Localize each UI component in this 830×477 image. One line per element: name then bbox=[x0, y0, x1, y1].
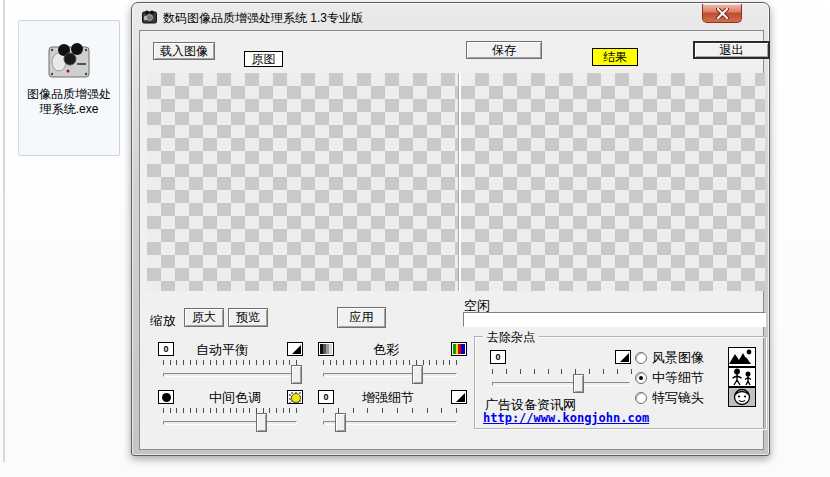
original-image-label: 原图 bbox=[244, 51, 283, 67]
exit-button[interactable]: 退出 bbox=[693, 41, 770, 59]
zoom-label: 缩放 bbox=[150, 312, 176, 330]
auto-balance-ticks bbox=[163, 360, 298, 365]
color-ticks bbox=[323, 360, 458, 365]
window-title: 数码图像品质增强处理系统 1.3专业版 bbox=[163, 10, 363, 27]
radio-landscape-label: 风景图像 bbox=[652, 349, 704, 367]
preview-button[interactable]: 预览 bbox=[228, 308, 268, 327]
rgb-icon bbox=[451, 342, 467, 356]
desktop-shortcut-exe[interactable]: 图像品质增强处 理系统.exe bbox=[18, 20, 120, 156]
close-button[interactable] bbox=[702, 4, 742, 23]
dialog-client-area: 载入图像 原图 保存 结果 退出 缩放 原大 预览 应用 空闲 0 自动平衡 色… bbox=[139, 30, 764, 450]
radio-closeup[interactable]: 特写镜头 bbox=[635, 389, 704, 407]
site-link[interactable]: http://www.kongjohn.com bbox=[483, 411, 649, 425]
radio-circle[interactable] bbox=[635, 352, 647, 364]
radio-medium-detail-label: 中等细节 bbox=[652, 369, 704, 387]
zero-icon: 0 bbox=[490, 350, 506, 364]
progress-bar bbox=[463, 312, 766, 327]
auto-balance-thumb[interactable] bbox=[291, 365, 302, 384]
denoise-groupbox: 去除杂点 0 风景图像 中等细节 特写镜头 bbox=[474, 336, 766, 429]
radio-circle[interactable] bbox=[635, 392, 647, 404]
close-icon bbox=[716, 8, 729, 19]
detail-label: 增强细节 bbox=[362, 389, 414, 407]
radio-circle-selected[interactable] bbox=[635, 372, 647, 384]
app-window: 数码图像品质增强处理系统 1.3专业版 载入图像 原图 保存 结果 退出 缩放 … bbox=[131, 2, 770, 456]
denoise-slider[interactable] bbox=[492, 382, 630, 386]
title-bar[interactable]: 数码图像品质增强处理系统 1.3专业版 bbox=[132, 3, 769, 30]
app-camera-icon bbox=[142, 10, 157, 24]
midtone-thumb[interactable] bbox=[256, 413, 267, 432]
camera-app-icon bbox=[46, 39, 92, 81]
desktop-edge-line bbox=[3, 0, 5, 462]
midtone-slider[interactable] bbox=[163, 421, 297, 425]
apply-button[interactable]: 应用 bbox=[337, 307, 386, 328]
original-size-button[interactable]: 原大 bbox=[184, 308, 224, 327]
shortcut-label-line2: 理系统.exe bbox=[19, 102, 119, 117]
color-slider[interactable] bbox=[323, 373, 457, 377]
denoise-ticks bbox=[492, 369, 633, 374]
denoise-thumb[interactable] bbox=[573, 374, 584, 393]
radio-medium-detail[interactable]: 中等细节 bbox=[635, 369, 704, 387]
color-thumb[interactable] bbox=[412, 365, 423, 384]
radio-landscape[interactable]: 风景图像 bbox=[635, 349, 704, 367]
contrast-triangle-icon bbox=[615, 350, 631, 364]
load-image-button[interactable]: 载入图像 bbox=[153, 42, 215, 60]
landscape-icon bbox=[728, 347, 756, 367]
save-button[interactable]: 保存 bbox=[466, 41, 542, 59]
result-image-panel bbox=[461, 73, 765, 291]
color-label: 色彩 bbox=[373, 341, 399, 359]
grayscale-icon bbox=[318, 342, 334, 356]
shortcut-label-line1: 图像品质增强处 bbox=[19, 87, 119, 102]
yellow-sun-icon bbox=[287, 390, 303, 404]
detail-slider[interactable] bbox=[323, 421, 457, 425]
radio-closeup-label: 特写镜头 bbox=[652, 389, 704, 407]
black-dot-icon bbox=[158, 390, 174, 404]
contrast-triangle-icon bbox=[451, 390, 467, 404]
closeup-face-icon bbox=[728, 387, 756, 407]
zero-icon: 0 bbox=[158, 342, 174, 356]
auto-balance-slider[interactable] bbox=[163, 373, 297, 377]
midtone-ticks bbox=[163, 408, 298, 413]
people-icon bbox=[728, 367, 756, 387]
detail-thumb[interactable] bbox=[335, 413, 346, 432]
zero-icon: 0 bbox=[318, 390, 334, 404]
result-label: 结果 bbox=[592, 48, 638, 66]
denoise-group-title: 去除杂点 bbox=[483, 329, 539, 346]
contrast-triangle-icon bbox=[287, 342, 303, 356]
auto-balance-label: 自动平衡 bbox=[196, 341, 248, 359]
original-image-panel bbox=[147, 73, 458, 291]
midtone-label: 中间色调 bbox=[209, 389, 261, 407]
